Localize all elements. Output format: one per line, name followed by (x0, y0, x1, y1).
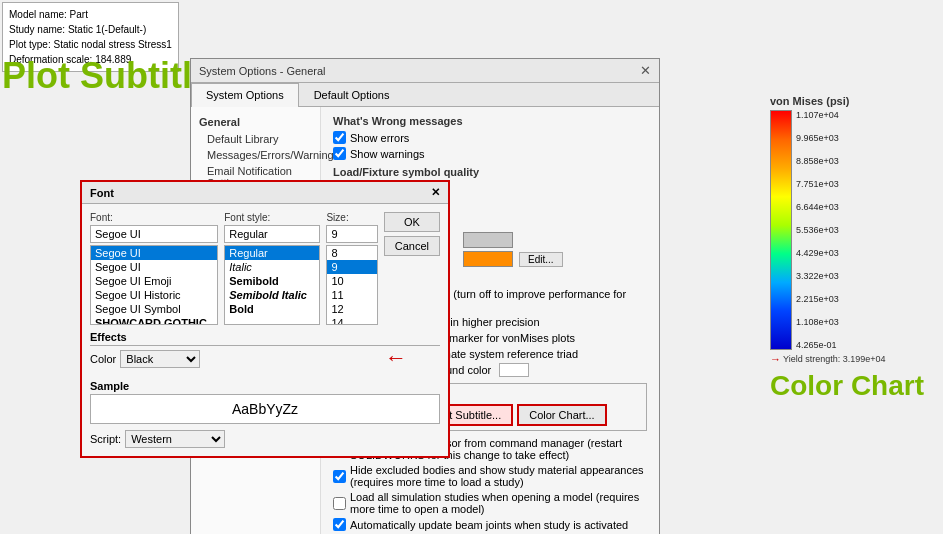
font-name-input[interactable] (90, 225, 218, 243)
dialog-titlebar: System Options - General ✕ (191, 59, 659, 83)
boundary-color-swatch[interactable] (463, 232, 513, 248)
fontsize-listbox[interactable]: 8 9 10 11 12 14 16 18 (326, 245, 377, 325)
show-errors-checkbox[interactable] (333, 131, 346, 144)
vm-label-5: 5.536e+03 (796, 225, 839, 235)
vm-label-8: 2.215e+03 (796, 294, 839, 304)
font-dialog-titlebar: Font ✕ (82, 182, 448, 204)
color-chart-bg-swatch[interactable] (499, 363, 529, 377)
font-ok-button[interactable]: OK (384, 212, 440, 232)
auto-update-checkbox[interactable] (333, 518, 346, 531)
model-name-line: Model name: Part (9, 7, 172, 22)
edit-color-button[interactable]: Edit... (519, 252, 563, 267)
dialog-tabs: System Options Default Options (191, 83, 659, 107)
vm-label-1: 9.965e+03 (796, 133, 839, 143)
style-bold[interactable]: Bold (225, 302, 319, 316)
load-all-studies-row: Load all simulation studies when opening… (333, 491, 647, 515)
font-cancel-button[interactable]: Cancel (384, 236, 440, 256)
auto-update-label: Automatically update beam joints when st… (350, 519, 628, 531)
vm-label-4: 6.644e+03 (796, 202, 839, 212)
font-list-item-segoeui-historic[interactable]: Segoe UI Historic (91, 288, 217, 302)
dialog-title: System Options - General (199, 65, 326, 77)
font-list-item-segoeui[interactable]: Segoe UI (91, 246, 217, 260)
vm-label-6: 4.429e+03 (796, 248, 839, 258)
vm-label-3: 7.751e+03 (796, 179, 839, 189)
plot-type-line: Plot type: Static nodal stress Stress1 (9, 37, 172, 52)
font-color-dropdown[interactable]: Black (120, 350, 200, 368)
hide-excluded-checkbox[interactable] (333, 470, 346, 483)
vm-label-0: 1.107e+04 (796, 110, 839, 120)
font-size-field: Size: 8 9 10 11 12 14 16 18 (326, 212, 377, 325)
font-list-item-segoeui-symbol[interactable]: Segoe UI Symbol (91, 302, 217, 316)
script-label: Script: (90, 433, 121, 445)
font-style-input[interactable] (224, 225, 320, 243)
show-errors-label: Show errors (350, 132, 409, 144)
font-list-item-showcard[interactable]: SHOWCARD GOTHIC (91, 316, 217, 325)
hide-excluded-label: Hide excluded bodies and show study mate… (350, 464, 647, 488)
size-8[interactable]: 8 (327, 246, 376, 260)
font-size-label: Size: (326, 212, 377, 223)
vm-label-2: 8.858e+03 (796, 156, 839, 166)
von-mises-panel: von Mises (psi) 1.107e+04 9.965e+03 8.85… (770, 95, 900, 365)
hide-excluded-row: Hide excluded bodies and show study mate… (333, 464, 647, 488)
load-all-studies-checkbox[interactable] (333, 497, 346, 510)
style-italic[interactable]: Italic (225, 260, 319, 274)
von-mises-title: von Mises (psi) (770, 95, 900, 107)
sidebar-item-messages[interactable]: Messages/Errors/Warnings (191, 147, 320, 163)
font-fields-row: Font: Segoe UI Segoe UI Segoe UI Emoji S… (90, 212, 440, 325)
fontstyle-listbox[interactable]: Regular Italic Semibold Semibold Italic … (224, 245, 320, 325)
sample-label: Sample (90, 380, 440, 392)
whats-wrong-label: What's Wrong messages (333, 115, 647, 127)
size-14[interactable]: 14 (327, 316, 376, 325)
vm-yield-arrow-icon: → (770, 353, 781, 365)
show-errors-row: Show errors (333, 131, 647, 144)
plot-subtitle-heading: Plot Subtitle (2, 55, 212, 97)
size-9[interactable]: 9 (327, 260, 376, 274)
font-dialog-body: Font: Segoe UI Segoe UI Segoe UI Emoji S… (82, 204, 448, 456)
font-dialog-close-button[interactable]: ✕ (431, 186, 440, 199)
font-name-field: Font: Segoe UI Segoe UI Segoe UI Emoji S… (90, 212, 218, 325)
style-regular[interactable]: Regular (225, 246, 319, 260)
font-ok-cancel-buttons: OK Cancel (384, 212, 440, 325)
vm-label-9: 1.108e+03 (796, 317, 839, 327)
size-12[interactable]: 12 (327, 302, 376, 316)
font-color-label: Color (90, 353, 116, 365)
font-style-label: Font style: (224, 212, 320, 223)
color-chart-font-button[interactable]: Color Chart... (517, 404, 606, 426)
shell-color-swatch[interactable] (463, 251, 513, 267)
show-warnings-label: Show warnings (350, 148, 425, 160)
von-mises-labels: 1.107e+04 9.965e+03 8.858e+03 7.751e+03 … (792, 110, 839, 350)
tab-default-options[interactable]: Default Options (299, 83, 405, 106)
font-list-item-segoeui-emoji[interactable]: Segoe UI Emoji (91, 274, 217, 288)
sample-section: Sample AaBbYyZz (90, 380, 440, 424)
load-all-studies-label: Load all simulation studies when opening… (350, 491, 647, 515)
sample-box: AaBbYyZz (90, 394, 440, 424)
load-fixture-label: Load/Fixture symbol quality (333, 166, 647, 178)
script-dropdown[interactable]: Western (125, 430, 225, 448)
font-dialog-title: Font (90, 187, 114, 199)
vm-yield-row: → Yield strength: 3.199e+04 (770, 353, 900, 365)
show-warnings-row: Show warnings (333, 147, 647, 160)
auto-update-row: Automatically update beam joints when st… (333, 518, 647, 531)
font-name-label: Font: (90, 212, 218, 223)
font-size-input[interactable] (326, 225, 377, 243)
size-10[interactable]: 10 (327, 274, 376, 288)
arrow-annotation: ← (385, 345, 407, 371)
show-warnings-checkbox[interactable] (333, 147, 346, 160)
style-semibold-italic[interactable]: Semibold Italic (225, 288, 319, 302)
effects-label: Effects (90, 331, 440, 346)
study-name-line: Study name: Static 1(-Default-) (9, 22, 172, 37)
vm-yield-label: Yield strength: 3.199e+04 (783, 354, 886, 364)
vm-label-10: 4.265e-01 (796, 340, 839, 350)
size-11[interactable]: 11 (327, 288, 376, 302)
dialog-close-button[interactable]: ✕ (640, 63, 651, 78)
script-row: Script: Western (90, 430, 440, 448)
sidebar-item-default-library[interactable]: Default Library (191, 131, 320, 147)
font-list-item-segoeui2[interactable]: Segoe UI (91, 260, 217, 274)
sidebar-section-general: General (191, 113, 320, 131)
tab-system-options[interactable]: System Options (191, 83, 299, 107)
style-semibold[interactable]: Semibold (225, 274, 319, 288)
color-chart-heading: Color Chart (770, 370, 924, 402)
font-listbox[interactable]: Segoe UI Segoe UI Segoe UI Emoji Segoe U… (90, 245, 218, 325)
vm-label-7: 3.322e+03 (796, 271, 839, 281)
font-dialog: Font ✕ Font: Segoe UI Segoe UI Segoe UI … (80, 180, 450, 458)
